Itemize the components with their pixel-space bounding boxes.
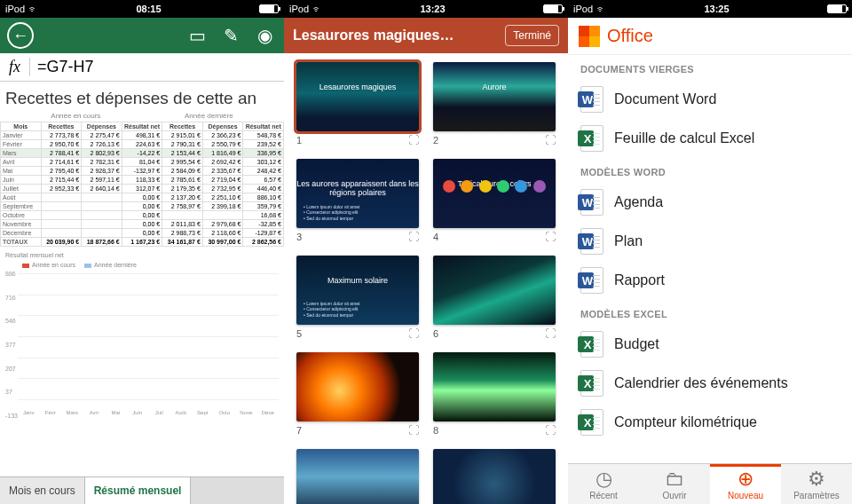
tab-recent[interactable]: ◷Récent [568, 464, 639, 504]
table-row[interactable]: Août0,00 €2 137,20 €2 251,10 €886,10 € [1, 193, 284, 202]
col-header: Mois [1, 122, 42, 131]
tab-month[interactable]: Mois en cours [0, 477, 85, 504]
battery-icon [827, 4, 847, 13]
slide-thumb[interactable]: Typical aurora colors4⛶ [433, 159, 556, 243]
ppt-toolbar: Lesaurores magiques… Terminé [284, 18, 568, 53]
section-word-tpl: MODÈLES WORD [568, 158, 852, 183]
excel-icon: X [580, 331, 604, 358]
office-header: Office [568, 18, 852, 55]
battery-icon [543, 4, 563, 13]
formula-input[interactable]: =G7-H7 [30, 58, 94, 76]
device-label: iPod [5, 4, 25, 14]
tab-settings[interactable]: ⚙Paramètres [781, 464, 852, 504]
ios-status-bar: iPodᯤ 08:15 [0, 0, 284, 18]
table-row[interactable]: Octobre0,00 €16,68 € [1, 211, 284, 220]
totals-row: TOTAUX20 039,90 €18 872,66 €1 167,23 €34… [1, 238, 284, 247]
tab-open[interactable]: 🗀Ouvrir [639, 464, 710, 504]
word-icon: W [580, 189, 604, 216]
item-plan[interactable]: WPlan [568, 222, 852, 261]
word-icon: W [580, 267, 604, 294]
formula-bar[interactable]: fx =G7-H7 [0, 53, 284, 82]
item-agenda[interactable]: WAgenda [568, 183, 852, 222]
table-row[interactable]: Décembre0,00 €2 988,73 €2 118,60 €-129,8… [1, 229, 284, 238]
col-header: Résultat net [243, 122, 284, 131]
done-button[interactable]: Terminé [505, 25, 559, 46]
excel-icon: X [580, 125, 604, 152]
expand-icon[interactable]: ⛶ [545, 134, 556, 146]
table-row[interactable]: Juin2 715,44 €2 597,11 €118,33 €2 785,61… [1, 176, 284, 185]
slide-thumb[interactable]: Aurore2⛶ [433, 62, 556, 146]
expand-icon[interactable]: ⛶ [408, 134, 419, 146]
slide-thumb[interactable]: Les aurores apparaissent dans les région… [296, 159, 419, 243]
expand-icon[interactable]: ⛶ [545, 231, 556, 243]
slide-thumb[interactable]: Lesaurores magiques1⛶ [296, 62, 419, 146]
slide-thumb[interactable]: Maximum solaire• Lorem ipsum dolor sit a… [296, 256, 419, 340]
clock: 08:15 [38, 4, 259, 14]
ios-status-bar: iPodᯤ 13:23 [284, 0, 568, 18]
excel-icon: X [580, 409, 604, 436]
fx-icon: fx [0, 58, 30, 76]
sheet-title: Recettes et dépenses de cette an [0, 82, 284, 110]
bottom-tabs: ◷Récent 🗀Ouvrir ⊕Nouveau ⚙Paramètres [568, 463, 852, 504]
word-icon: W [580, 86, 604, 113]
col-header: Dépenses [82, 122, 122, 131]
office-brand: Office [607, 26, 653, 46]
bar-chart: JanvFévrMarsAvriMaiJuinJuilAoûtSeptOctoN… [5, 273, 279, 415]
slide-thumb[interactable]: 7⛶ [296, 352, 419, 437]
expand-icon[interactable]: ⛶ [408, 424, 419, 437]
slide-thumb[interactable]: 8⛶ [433, 352, 556, 437]
sheet-tabs: Mois en cours Résumé mensuel [0, 476, 284, 504]
expand-icon[interactable]: ⛶ [545, 424, 556, 437]
clock-icon: ◷ [568, 469, 639, 489]
slide-thumb[interactable]: 9⛶ [296, 449, 419, 504]
table-row[interactable]: Février2 950,70 €2 726,13 €224,63 €2 790… [1, 140, 284, 149]
slide-grid[interactable]: Lesaurores magiques1⛶Aurore2⛶Les aurores… [284, 53, 568, 504]
edit-icon[interactable]: ✎ [218, 25, 243, 46]
ios-status-bar: iPodᯤ 13:25 [568, 0, 852, 18]
presentation-title: Lesaurores magiques… [293, 28, 505, 43]
expand-icon[interactable]: ⛶ [408, 231, 419, 243]
col-header: Résultat net [122, 122, 162, 131]
expand-icon[interactable]: ⛶ [408, 327, 419, 340]
gear-icon: ⚙ [781, 469, 852, 489]
item-budget[interactable]: XBudget [568, 325, 852, 364]
table-row[interactable]: Novembre0,00 €2 011,83 €2 979,68 €-32,85… [1, 220, 284, 229]
table-row[interactable]: Janvier2 773,78 €2 275,47 €498,31 €2 915… [1, 131, 284, 140]
chart-legend: Année en cours Année dernière [0, 260, 284, 270]
item-excel-sheet[interactable]: XFeuille de calcul Excel [568, 119, 852, 158]
preview-icon[interactable]: ◉ [252, 25, 277, 46]
excel-toolbar: ← ▭ ✎ ◉ [0, 18, 284, 53]
battery-icon [259, 4, 279, 13]
col-group-current: Année en cours [51, 112, 100, 120]
tab-summary[interactable]: Résumé mensuel [85, 477, 192, 504]
expand-icon[interactable]: ⛶ [545, 327, 556, 340]
section-blank: DOCUMENTS VIERGES [568, 55, 852, 80]
back-button[interactable]: ← [7, 22, 34, 49]
spreadsheet-table[interactable]: MoisRecettesDépensesRésultat netRecettes… [0, 122, 284, 247]
office-logo-icon [579, 26, 600, 47]
word-icon: W [580, 228, 604, 255]
new-sheet-icon[interactable]: ▭ [185, 25, 209, 46]
col-header: Recettes [41, 122, 82, 131]
item-km[interactable]: XCompteur kilométrique [568, 403, 852, 442]
col-header: Dépenses [202, 122, 243, 131]
clock: 13:25 [606, 4, 827, 14]
table-row[interactable]: Juillet2 952,33 €2 640,14 €312,07 €2 179… [1, 185, 284, 193]
table-row[interactable]: Septembre0,00 €2 758,97 €2 399,18 €359,7… [1, 202, 284, 211]
col-header: Recettes [162, 122, 203, 131]
chart-title: Résultat mensuel net [0, 247, 284, 260]
item-rapport[interactable]: WRapport [568, 261, 852, 300]
col-group-last: Année dernière [185, 112, 233, 120]
table-row[interactable]: Avril2 714,61 €2 782,31 €81,04 €2 995,54… [1, 158, 284, 167]
slide-thumb[interactable]: 6⛶ [433, 256, 556, 340]
folder-icon: 🗀 [639, 469, 710, 489]
item-calendar[interactable]: XCalendrier des événements [568, 364, 852, 403]
slide-thumb[interactable]: 10⛶ [433, 449, 556, 504]
table-row[interactable]: Mai2 795,40 €2 928,37 €-132,97 €2 584,09… [1, 167, 284, 176]
clock: 13:23 [322, 4, 543, 14]
tab-new[interactable]: ⊕Nouveau [710, 464, 781, 504]
add-doc-icon: ⊕ [710, 469, 781, 489]
section-excel-tpl: MODÈLES EXCEL [568, 300, 852, 325]
table-row[interactable]: Mars2 788,41 €2 802,93 €-14,22 €2 153,44… [1, 149, 284, 158]
item-word-doc[interactable]: WDocument Word [568, 80, 852, 119]
